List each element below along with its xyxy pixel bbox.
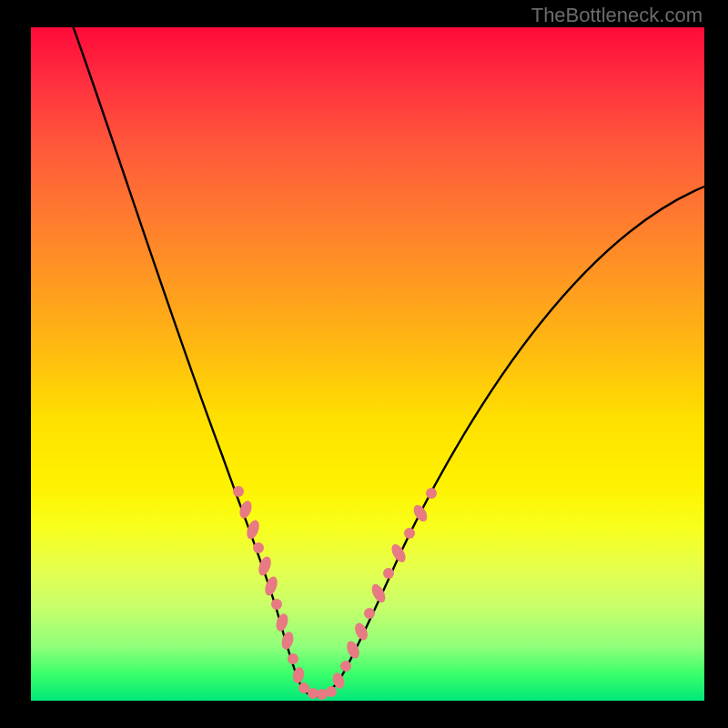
svg-point-8 xyxy=(279,631,295,652)
chart-frame: TheBottleneck.com xyxy=(0,0,728,728)
svg-point-24 xyxy=(411,502,430,523)
svg-point-0 xyxy=(233,486,244,497)
svg-point-5 xyxy=(263,575,280,598)
svg-point-21 xyxy=(383,568,394,579)
plot-area xyxy=(31,27,704,701)
svg-point-9 xyxy=(288,653,298,664)
svg-point-16 xyxy=(340,661,351,672)
curve-svg xyxy=(31,27,704,701)
bead-cluster-bottom xyxy=(298,682,337,700)
svg-point-3 xyxy=(253,542,264,553)
svg-point-6 xyxy=(271,599,282,610)
svg-point-11 xyxy=(298,682,309,693)
svg-point-14 xyxy=(326,686,337,697)
watermark-text: TheBottleneck.com xyxy=(531,4,703,27)
svg-point-22 xyxy=(389,541,408,564)
svg-point-23 xyxy=(404,528,415,539)
svg-point-19 xyxy=(364,608,375,619)
svg-point-25 xyxy=(426,488,437,499)
bead-cluster-left xyxy=(233,486,306,684)
svg-point-7 xyxy=(274,612,290,633)
bottleneck-curve xyxy=(70,18,704,696)
